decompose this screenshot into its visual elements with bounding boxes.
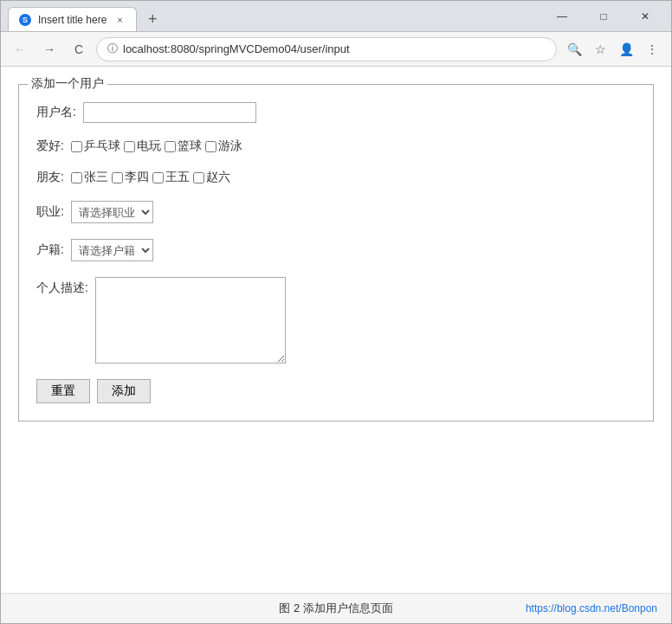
hometown-select[interactable]: 请选择户籍 北京 上海 广州 深圳 xyxy=(71,239,153,261)
minimize-button[interactable]: — xyxy=(543,4,581,29)
desc-label: 个人描述: xyxy=(36,277,88,296)
tab-title: Insert title here xyxy=(38,14,107,26)
page-content: 添加一个用户 用户名: 爱好: 乒乓球 电玩 xyxy=(1,67,671,593)
friend-item-zs: 张三 xyxy=(71,170,108,185)
username-row: 用户名: xyxy=(36,102,636,123)
hobby-label-lq: 篮球 xyxy=(178,138,202,154)
hobby-item-pp: 乒乓球 xyxy=(71,138,120,154)
maximize-button[interactable]: □ xyxy=(585,4,623,29)
job-label: 职业: xyxy=(36,204,64,220)
friend-label-zs: 张三 xyxy=(84,170,108,185)
button-row: 重置 添加 xyxy=(36,379,636,403)
desc-row: 个人描述: xyxy=(36,277,636,363)
forward-button[interactable]: → xyxy=(37,37,61,61)
hobby-label: 爱好: xyxy=(36,138,64,154)
title-bar: S Insert title here × + — □ ✕ xyxy=(1,1,671,32)
hobby-item-dw: 电玩 xyxy=(124,138,161,154)
desc-textarea[interactable] xyxy=(95,277,286,363)
friend-checkbox-ww[interactable] xyxy=(152,172,164,183)
hobby-label-dw: 电玩 xyxy=(137,138,161,154)
caption-area: 图 2 添加用户信息页面 https://blog.csdn.net/Bonpo… xyxy=(1,593,671,623)
menu-icon[interactable]: ⋮ xyxy=(640,37,664,61)
address-bar: ← → C ⓘ localhost:8080/springMVCDemo04/u… xyxy=(1,32,671,67)
refresh-button[interactable]: C xyxy=(67,37,91,61)
friend-item-ls: 李四 xyxy=(112,170,149,185)
tab-area: S Insert title here × + xyxy=(8,1,543,31)
tab-favicon: S xyxy=(19,14,31,26)
window-controls: — □ ✕ xyxy=(543,4,664,29)
search-icon[interactable]: 🔍 xyxy=(562,37,586,61)
hobby-group: 乒乓球 电玩 篮球 游泳 xyxy=(71,138,242,154)
hobby-checkbox-dw[interactable] xyxy=(124,141,135,152)
reset-button[interactable]: 重置 xyxy=(36,379,90,403)
form-legend: 添加一个用户 xyxy=(28,76,107,92)
hometown-label: 户籍: xyxy=(36,242,64,258)
address-input[interactable]: ⓘ localhost:8080/springMVCDemo04/user/in… xyxy=(96,37,557,61)
hobby-row: 爱好: 乒乓球 电玩 篮球 xyxy=(36,138,636,154)
add-button[interactable]: 添加 xyxy=(97,379,151,403)
active-tab[interactable]: S Insert title here × xyxy=(8,7,137,31)
hobby-checkbox-ys[interactable] xyxy=(205,141,216,152)
friend-checkbox-ls[interactable] xyxy=(112,172,123,183)
job-select[interactable]: 请选择职业 教师 工程师 医生 学生 xyxy=(71,201,153,223)
friends-label: 朋友: xyxy=(36,170,64,185)
friend-label-ls: 李四 xyxy=(125,170,149,185)
browser-window: S Insert title here × + — □ ✕ ← → C ⓘ lo… xyxy=(0,0,672,624)
hobby-item-ys: 游泳 xyxy=(205,138,242,154)
caption-link[interactable]: https://blog.csdn.net/Bonpon xyxy=(526,602,657,614)
friends-group: 张三 李四 王五 赵六 xyxy=(71,170,230,185)
tab-close-button[interactable]: × xyxy=(113,14,126,26)
new-tab-button[interactable]: + xyxy=(140,7,165,31)
bookmark-icon[interactable]: ☆ xyxy=(588,37,612,61)
hobby-label-pp: 乒乓球 xyxy=(84,138,120,154)
close-button[interactable]: ✕ xyxy=(626,4,664,29)
friend-item-ww: 王五 xyxy=(152,170,190,185)
hobby-label-ys: 游泳 xyxy=(218,138,242,154)
security-icon: ⓘ xyxy=(107,42,118,56)
hobby-checkbox-lq[interactable] xyxy=(165,141,176,152)
back-button[interactable]: ← xyxy=(8,37,32,61)
username-input[interactable] xyxy=(83,102,256,123)
friend-label-zl: 赵六 xyxy=(206,170,230,185)
job-row: 职业: 请选择职业 教师 工程师 医生 学生 xyxy=(36,201,636,223)
profile-icon[interactable]: 👤 xyxy=(614,37,638,61)
friend-checkbox-zl[interactable] xyxy=(193,172,204,183)
hometown-row: 户籍: 请选择户籍 北京 上海 广州 深圳 xyxy=(36,239,636,261)
username-label: 用户名: xyxy=(36,105,76,120)
friend-checkbox-zs[interactable] xyxy=(71,172,82,183)
address-actions: 🔍 ☆ 👤 ⋮ xyxy=(562,37,664,61)
hobby-checkbox-pp[interactable] xyxy=(71,141,82,152)
url-text: localhost:8080/springMVCDemo04/user/inpu… xyxy=(123,42,546,55)
friend-label-ww: 王五 xyxy=(165,170,190,185)
add-user-form: 添加一个用户 用户名: 爱好: 乒乓球 电玩 xyxy=(18,84,654,421)
hobby-item-lq: 篮球 xyxy=(165,138,202,154)
friends-row: 朋友: 张三 李四 王五 赵 xyxy=(36,170,636,185)
caption-text: 图 2 添加用户信息页面 xyxy=(279,601,392,616)
friend-item-zl: 赵六 xyxy=(193,170,230,185)
